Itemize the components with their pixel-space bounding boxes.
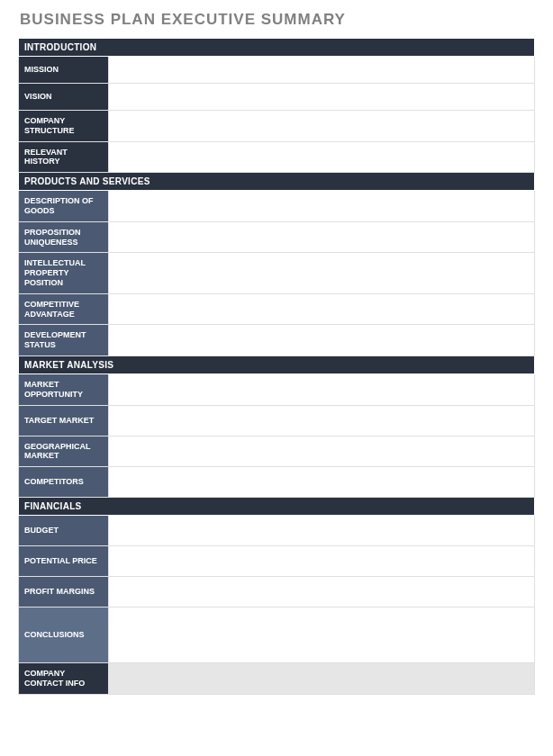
row-label: POTENTIAL PRICE: [19, 546, 109, 577]
row-value[interactable]: [109, 293, 535, 325]
row-label: RELEVANT HISTORY: [19, 141, 109, 173]
row-value[interactable]: [109, 405, 535, 436]
row-conclusions: CONCLUSIONS: [19, 608, 535, 663]
section-header-label: PRODUCTS AND SERVICES: [19, 173, 535, 191]
row-label: MARKET OPPORTUNITY: [19, 374, 109, 405]
row-value[interactable]: [109, 516, 535, 546]
row-label: VISION: [19, 84, 109, 111]
section-header-market-analysis: MARKET ANALYSIS: [19, 356, 535, 374]
row-label: COMPETITORS: [19, 467, 109, 498]
row-label: CONCLUSIONS: [19, 608, 109, 663]
row-label: COMPETITIVE ADVANTAGE: [19, 293, 109, 325]
row-label: INTELLECTUAL PROPERTY POSITION: [19, 253, 109, 293]
row-ip-position: INTELLECTUAL PROPERTY POSITION: [19, 253, 535, 293]
row-company-contact-info: COMPANY CONTACT INFO: [19, 663, 535, 695]
row-vision: VISION: [19, 84, 535, 111]
row-geographical-market: GEOGRAPHICAL MARKET: [19, 436, 535, 467]
row-label: DESCRIPTION OF GOODS: [19, 191, 109, 222]
row-value[interactable]: [109, 467, 535, 498]
row-label: COMPANY CONTACT INFO: [19, 663, 109, 695]
row-mission: MISSION: [19, 57, 535, 84]
row-label: GEOGRAPHICAL MARKET: [19, 436, 109, 467]
row-label: PROFIT MARGINS: [19, 577, 109, 608]
row-label: PROPOSITION UNIQUENESS: [19, 221, 109, 253]
row-value[interactable]: [109, 608, 535, 663]
row-value[interactable]: [109, 436, 535, 467]
section-header-label: INTRODUCTION: [19, 39, 535, 57]
section-header-products-services: PRODUCTS AND SERVICES: [19, 173, 535, 191]
row-value[interactable]: [109, 577, 535, 608]
row-value[interactable]: [109, 663, 535, 695]
section-header-label: FINANCIALS: [19, 498, 535, 516]
section-header-introduction: INTRODUCTION: [19, 39, 535, 57]
row-value[interactable]: [109, 57, 535, 84]
row-proposition-uniqueness: PROPOSITION UNIQUENESS: [19, 221, 535, 253]
section-header-label: MARKET ANALYSIS: [19, 356, 535, 374]
row-budget: BUDGET: [19, 516, 535, 546]
row-competitive-advantage: COMPETITIVE ADVANTAGE: [19, 293, 535, 325]
row-target-market: TARGET MARKET: [19, 405, 535, 436]
row-value[interactable]: [109, 253, 535, 293]
row-relevant-history: RELEVANT HISTORY: [19, 141, 535, 173]
row-value[interactable]: [109, 325, 535, 356]
row-label: COMPANY STRUCTURE: [19, 111, 109, 142]
row-label: DEVELOPMENT STATUS: [19, 325, 109, 356]
row-value[interactable]: [109, 191, 535, 222]
row-value[interactable]: [109, 221, 535, 253]
row-value[interactable]: [109, 374, 535, 405]
row-market-opportunity: MARKET OPPORTUNITY: [19, 374, 535, 405]
summary-table: INTRODUCTION MISSION VISION COMPANY STRU…: [18, 38, 535, 695]
row-potential-price: POTENTIAL PRICE: [19, 546, 535, 577]
row-value[interactable]: [109, 111, 535, 142]
row-value[interactable]: [109, 546, 535, 577]
row-label: MISSION: [19, 57, 109, 84]
row-competitors: COMPETITORS: [19, 467, 535, 498]
row-description-of-goods: DESCRIPTION OF GOODS: [19, 191, 535, 222]
row-development-status: DEVELOPMENT STATUS: [19, 325, 535, 356]
row-value[interactable]: [109, 84, 535, 111]
page-title: BUSINESS PLAN EXECUTIVE SUMMARY: [20, 11, 535, 29]
row-label: BUDGET: [19, 516, 109, 546]
row-company-structure: COMPANY STRUCTURE: [19, 111, 535, 142]
row-profit-margins: PROFIT MARGINS: [19, 577, 535, 608]
row-value[interactable]: [109, 141, 535, 173]
section-header-financials: FINANCIALS: [19, 498, 535, 516]
row-label: TARGET MARKET: [19, 405, 109, 436]
